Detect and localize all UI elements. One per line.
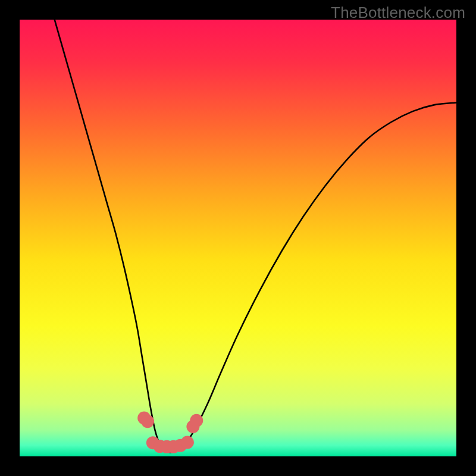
bottleneck-chart (20, 20, 456, 456)
plot-area (20, 20, 456, 456)
gradient-background (20, 20, 456, 456)
chart-frame: TheBottleneck.com (0, 0, 476, 476)
highlight-dot (181, 436, 194, 449)
highlight-dot (141, 415, 154, 428)
highlight-dot (190, 414, 203, 427)
